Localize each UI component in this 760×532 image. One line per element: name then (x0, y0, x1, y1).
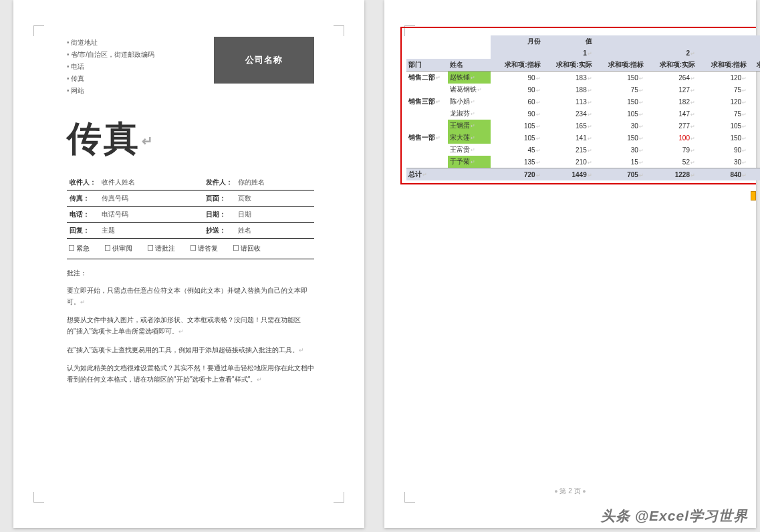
value-cell: 1 (749, 96, 760, 108)
ruler-indent-marker[interactable] (751, 191, 756, 201)
check-comment[interactable]: 请批注 (147, 244, 175, 253)
value-cell: 52 (646, 156, 697, 168)
value-cell: 188 (543, 84, 594, 96)
page-2: 月份 值 1 2 3 部门 姓名 求和项:指标 求和项:实际 求和项:指标 求和… (384, 0, 756, 528)
page-number: ● 第 2 页 ● (554, 487, 586, 496)
value-cell: 141 (543, 132, 594, 144)
dept-cell (406, 108, 448, 120)
body-text[interactable]: 要立即开始，只需点击任意占位符文本（例如此文本）并键入替换为自己的文本即可。↵ … (67, 285, 314, 385)
phone-field[interactable]: 电话号码 (99, 207, 194, 223)
dept-cell (406, 156, 448, 168)
pages-label: 页面： (194, 190, 235, 207)
reply-field[interactable]: 主题 (99, 223, 194, 239)
value-cell: 2 (749, 132, 760, 144)
value-cell: 30 (594, 120, 646, 132)
paragraph-mark-icon: ↵ (142, 134, 155, 148)
value-cell: 150 (594, 96, 646, 108)
body-para[interactable]: 在"插入"选项卡上查找更易用的工具，例如用于添加超链接或插入批注的工具。↵ (67, 344, 314, 356)
value-cell: 105 (697, 120, 749, 132)
total-cell: 1449 (543, 168, 594, 181)
value-cell: 264 (646, 72, 697, 84)
value-cell: 120 (697, 96, 749, 108)
dept-cell (406, 144, 448, 156)
dept-cell (406, 120, 448, 132)
crop-mark (404, 492, 415, 503)
value-cell: 150 (697, 132, 749, 144)
actual-header-trunc: 求和项:实 (749, 59, 760, 72)
watermark-text: 头条 @Excel学习世界 (601, 507, 748, 525)
check-reply[interactable]: 请答复 (190, 244, 218, 253)
page-1: 街道地址 省/市/自治区，街道邮政编码 电话 传真 网站 公司名称 传真↵ 收件… (13, 0, 364, 528)
dept-cell: 销售二部 (406, 72, 448, 84)
body-para[interactable]: 认为如此精美的文档很难设置格式？其实不然！要通过单击轻松地应用你在此文档中看到的… (67, 362, 314, 385)
from-field[interactable]: 你的姓名 (235, 174, 314, 190)
pages-field[interactable]: 页数 (235, 190, 314, 207)
name-cell: 宋大莲 (448, 132, 491, 144)
total-cell: 720 (491, 168, 542, 181)
name-header: 姓名 (448, 59, 491, 72)
value-cell: 90 (697, 144, 749, 156)
body-para[interactable]: 想要从文件中插入图片，或者添加形状、文本框或表格？没问题！只需在功能区的"插入"… (67, 314, 314, 337)
addr-line[interactable]: 省/市/自治区，街道邮政编码 (67, 49, 214, 61)
logo-text: 公司名称 (245, 54, 283, 66)
name-cell: 龙淑芬 (448, 108, 491, 120)
target-header: 求和项:指标 (697, 59, 749, 72)
value-cell: 1 (749, 72, 760, 84)
total-cell: 12 (749, 168, 760, 181)
checkbox-row: 紧急 供审阅 请批注 请答复 请回收 (67, 239, 314, 259)
value-cell: 210 (543, 156, 594, 168)
addr-line[interactable]: 传真 (67, 73, 214, 85)
col-group-value: 值 (543, 35, 594, 47)
value-cell: 79 (646, 144, 697, 156)
crop-mark (33, 492, 44, 503)
month-header-1: 1 (491, 47, 594, 59)
body-para[interactable]: 要立即开始，只需点击任意占位符文本（例如此文本）并键入替换为自己的文本即可。↵ (67, 285, 314, 307)
check-recycle[interactable]: 请回收 (233, 244, 261, 253)
value-cell: 150 (594, 72, 646, 84)
col-group-month: 月份 (491, 35, 542, 47)
target-header: 求和项:指标 (491, 59, 542, 72)
total-cell: 1228 (646, 168, 697, 181)
to-label: 收件人： (67, 174, 99, 190)
name-cell: 诸葛钢铁 (448, 84, 491, 96)
value-cell: 2 (749, 156, 760, 168)
value-cell: 30 (697, 156, 749, 168)
addr-line[interactable]: 电话 (67, 61, 214, 73)
crop-mark (334, 492, 344, 503)
document-title[interactable]: 传真↵ (67, 116, 314, 162)
cc-field[interactable]: 姓名 (235, 223, 314, 239)
fax-fields-table: 收件人： 收件人姓名 发件人： 你的姓名 传真： 传真号码 页面： 页数 电话：… (67, 174, 314, 239)
sender-address-block[interactable]: 街道地址 省/市/自治区，街道邮政编码 电话 传真 网站 (67, 37, 214, 97)
value-cell: 60 (491, 96, 542, 108)
title-text: 传真 (67, 119, 140, 158)
paragraph-mark-icon: ↵ (257, 376, 262, 383)
paragraph-mark-icon: ↵ (80, 299, 86, 305)
value-cell: 45 (491, 144, 542, 156)
pivot-table[interactable]: 月份 值 1 2 3 部门 姓名 求和项:指标 求和项:实际 求和项:指标 求和… (406, 35, 760, 180)
fax-field[interactable]: 传真号码 (99, 190, 194, 207)
total-label: 总计 (406, 168, 491, 181)
check-review[interactable]: 供审阅 (104, 244, 132, 253)
value-cell: 75 (697, 84, 749, 96)
value-cell (749, 108, 760, 120)
paragraph-mark-icon: ↵ (178, 328, 184, 335)
name-cell: 王富贵 (448, 144, 491, 156)
value-cell: 90 (491, 84, 542, 96)
to-field[interactable]: 收件人姓名 (99, 174, 194, 190)
value-cell: 90 (491, 72, 542, 84)
value-cell (749, 84, 760, 96)
value-cell: 215 (543, 144, 594, 156)
addr-line[interactable]: 街道地址 (67, 37, 214, 49)
value-cell: 105 (491, 120, 542, 132)
paragraph-mark-icon: ↵ (299, 347, 304, 354)
date-field[interactable]: 日期 (235, 207, 314, 223)
company-logo-placeholder[interactable]: 公司名称 (214, 37, 314, 84)
check-urgent[interactable]: 紧急 (68, 244, 90, 253)
value-cell: 147 (646, 108, 697, 120)
addr-line[interactable]: 网站 (67, 85, 214, 97)
crop-mark (33, 25, 44, 36)
value-cell: 30 (594, 144, 646, 156)
value-cell: 1 (749, 144, 760, 156)
actual-header: 求和项:实际 (543, 59, 594, 72)
target-header: 求和项:指标 (594, 59, 646, 72)
